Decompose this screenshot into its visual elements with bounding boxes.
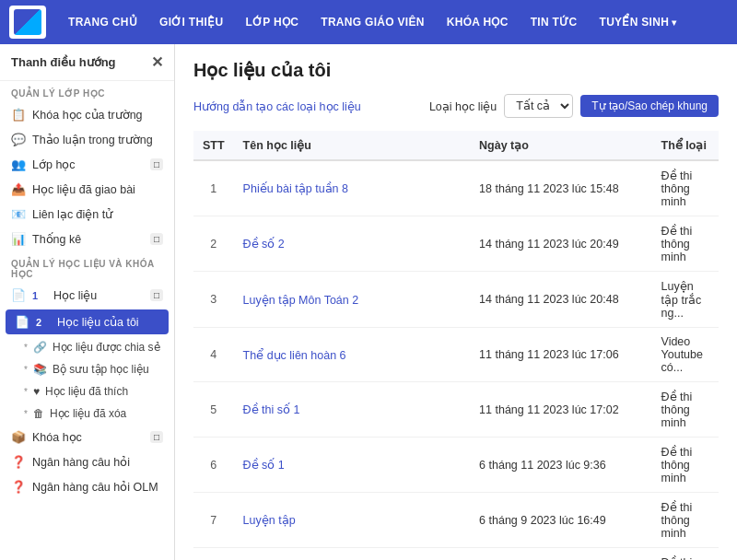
- sidebar-item-statistics[interactable]: 📊 Thống kê □: [0, 227, 174, 251]
- sidebar-item-shared-materials[interactable]: * 🔗 Học liệu được chia sẻ: [0, 336, 174, 358]
- cell-stt: 8: [193, 548, 234, 561]
- cell-type: Đề thi thông minh: [652, 382, 719, 438]
- bullet-icon: *: [24, 365, 28, 375]
- cell-name: Lý thuyết: [234, 548, 470, 561]
- nav-item-teacher[interactable]: TRANG GIÁO VIÊN: [311, 10, 434, 34]
- cell-date: 14 tháng 11 2023 lúc 20:49: [470, 216, 651, 272]
- table-row: 5 Đề thi số 1 11 tháng 11 2023 lúc 17:02…: [193, 382, 719, 438]
- table-row: 2 Đề số 2 14 tháng 11 2023 lúc 20:49 Đề …: [193, 216, 719, 272]
- sidebar-item-discussion[interactable]: 💬 Thảo luận trong trường: [0, 127, 174, 152]
- question-icon: ❓: [11, 455, 26, 469]
- site-logo[interactable]: [9, 6, 46, 39]
- cell-stt: 6: [193, 438, 234, 493]
- cell-type: Đề thi thông minh: [652, 438, 719, 493]
- cell-stt: 2: [193, 216, 234, 272]
- material-link[interactable]: Phiếu bài tập tuần 8: [243, 182, 348, 195]
- cell-date: 11 tháng 11 2023 lúc 17:06: [470, 328, 651, 382]
- sidebar-item-assigned-materials[interactable]: 📤 Học liệu đã giao bài: [0, 177, 174, 202]
- cell-date: 6 tháng 9 2023 lúc 16:48: [470, 548, 651, 561]
- nav-item-course[interactable]: KHÓA HỌC: [438, 10, 518, 34]
- bullet-icon: *: [24, 343, 28, 353]
- material-link[interactable]: Luyện tập: [243, 514, 296, 527]
- my-materials-icon: 📄: [15, 315, 29, 329]
- material-link[interactable]: Đề thi số 1: [243, 403, 300, 416]
- guide-link-container: Hướng dẫn tạo các loại học liệu: [193, 99, 361, 113]
- page-title: Học liệu của tôi: [193, 59, 719, 81]
- sidebar-item-question-bank-olm[interactable]: ❓ Ngân hàng câu hỏi OLM: [0, 474, 174, 499]
- materials-table: STT Tên học liệu Ngày tạo Thể loại 1 Phi…: [193, 131, 719, 560]
- nav-item-about[interactable]: GIỚI THIỆU: [150, 10, 232, 34]
- document-icon: 📄: [11, 288, 26, 302]
- cell-name: Luyện tập: [234, 493, 470, 548]
- cell-type: Đề thi thông minh: [652, 493, 719, 548]
- table-row: 3 Luyện tập Môn Toán 2 14 tháng 11 2023 …: [193, 272, 719, 328]
- cell-name: Đề số 1: [234, 438, 470, 493]
- sidebar-item-collection[interactable]: * 📚 Bộ sưu tập học liệu: [0, 358, 174, 380]
- bullet-icon: *: [24, 409, 28, 419]
- cell-date: 18 tháng 11 2023 lúc 15:48: [470, 160, 651, 216]
- sidebar-item-question-bank[interactable]: ❓ Ngân hàng câu hỏi: [0, 449, 174, 474]
- cell-type: Đề thi thông minh: [652, 160, 719, 216]
- cell-name: Đề số 2: [234, 216, 470, 272]
- sidebar-title: Thanh điều hướng: [11, 55, 116, 69]
- cell-date: 14 tháng 11 2023 lúc 20:48: [470, 272, 651, 328]
- create-button[interactable]: Tự tạo/Sao chép khung: [580, 95, 719, 117]
- toolbar-right: Loại học liệu Tất cả Tự tạo/Sao chép khu…: [429, 94, 719, 118]
- cell-date: 6 tháng 11 2023 lúc 9:36: [470, 438, 651, 493]
- table-header-row: STT Tên học liệu Ngày tạo Thể loại: [193, 131, 719, 160]
- table-row: 7 Luyện tập 6 tháng 9 2023 lúc 16:49 Đề …: [193, 493, 719, 548]
- guide-link[interactable]: Hướng dẫn tạo các loại học liệu: [193, 100, 361, 113]
- sidebar-item-school-courses[interactable]: 📋 Khóa học của trường: [0, 102, 174, 127]
- filter-select[interactable]: Tất cả: [504, 94, 573, 118]
- cell-stt: 4: [193, 328, 234, 382]
- table-row: 4 Thể dục liên hoàn 6 11 tháng 11 2023 l…: [193, 328, 719, 382]
- cell-stt: 5: [193, 382, 234, 438]
- collection-icon: 📚: [33, 363, 47, 376]
- sidebar-section-materials-management: QUẢN LÝ HỌC LIỆU VÀ KHÓA HỌC: [0, 251, 174, 283]
- courses-badge: □: [150, 431, 163, 443]
- cell-date: 6 tháng 9 2023 lúc 16:49: [470, 493, 651, 548]
- chat-icon: 💬: [11, 133, 26, 146]
- materials-number: 1: [32, 290, 47, 301]
- sidebar-item-liked-materials[interactable]: * ♥ Học liệu đã thích: [0, 380, 174, 402]
- sidebar-section-class-management: QUẢN LÝ LỚP HỌC: [0, 81, 174, 102]
- classroom-badge: □: [150, 158, 163, 170]
- bullet-icon: *: [24, 387, 28, 397]
- nav-item-class[interactable]: LỚP HỌC: [236, 10, 308, 34]
- cell-stt: 1: [193, 160, 234, 216]
- statistics-badge: □: [150, 233, 163, 245]
- question2-icon: ❓: [11, 480, 26, 494]
- material-link[interactable]: Đề số 2: [243, 238, 285, 251]
- toolbar: Hướng dẫn tạo các loại học liệu Loại học…: [193, 94, 719, 118]
- nav-item-home[interactable]: TRANG CHỦ: [59, 10, 146, 34]
- sidebar-item-deleted-materials[interactable]: * 🗑 Học liệu đã xóa: [0, 402, 174, 425]
- nav-item-news[interactable]: TIN TỨC: [521, 10, 587, 34]
- package-icon: 📦: [11, 430, 26, 444]
- sidebar: Thanh điều hướng ✕ QUẢN LÝ LỚP HỌC 📋 Khó…: [0, 44, 175, 560]
- material-link[interactable]: Thể dục liên hoàn 6: [243, 349, 346, 362]
- group-icon: 👥: [11, 158, 26, 171]
- filter-label: Loại học liệu: [429, 99, 497, 113]
- nav-item-enroll[interactable]: TUYỂN SINH: [591, 10, 686, 34]
- cell-name: Thể dục liên hoàn 6: [234, 328, 470, 382]
- table-row: 1 Phiếu bài tập tuần 8 18 tháng 11 2023 …: [193, 160, 719, 216]
- table-row: 8 Lý thuyết 6 tháng 9 2023 lúc 16:48 Đề …: [193, 548, 719, 561]
- cell-date: 11 tháng 11 2023 lúc 17:02: [470, 382, 651, 438]
- sidebar-item-contact[interactable]: 📧 Liên lạc điện tử: [0, 202, 174, 227]
- send-icon: 📤: [11, 182, 26, 196]
- col-header-stt: STT: [193, 131, 234, 160]
- material-link[interactable]: Đề số 1: [243, 459, 285, 472]
- sidebar-item-my-materials[interactable]: 📄 2 Học liệu của tôi: [6, 309, 169, 334]
- sidebar-item-courses[interactable]: 📦 Khóa học □: [0, 425, 174, 449]
- materials-badge: □: [150, 289, 163, 301]
- cell-stt: 7: [193, 493, 234, 548]
- material-link[interactable]: Luyện tập Môn Toán 2: [243, 294, 359, 307]
- cell-type: Đề thi thông minh: [652, 216, 719, 272]
- sidebar-item-materials[interactable]: 📄 1 Học liệu □: [0, 283, 174, 308]
- book-icon: 📋: [11, 108, 26, 122]
- cell-name: Luyện tập Môn Toán 2: [234, 272, 470, 328]
- cell-name: Đề thi số 1: [234, 382, 470, 438]
- col-header-date: Ngày tạo: [470, 131, 651, 160]
- sidebar-item-classroom[interactable]: 👥 Lớp học □: [0, 152, 174, 177]
- sidebar-close-button[interactable]: ✕: [151, 53, 163, 71]
